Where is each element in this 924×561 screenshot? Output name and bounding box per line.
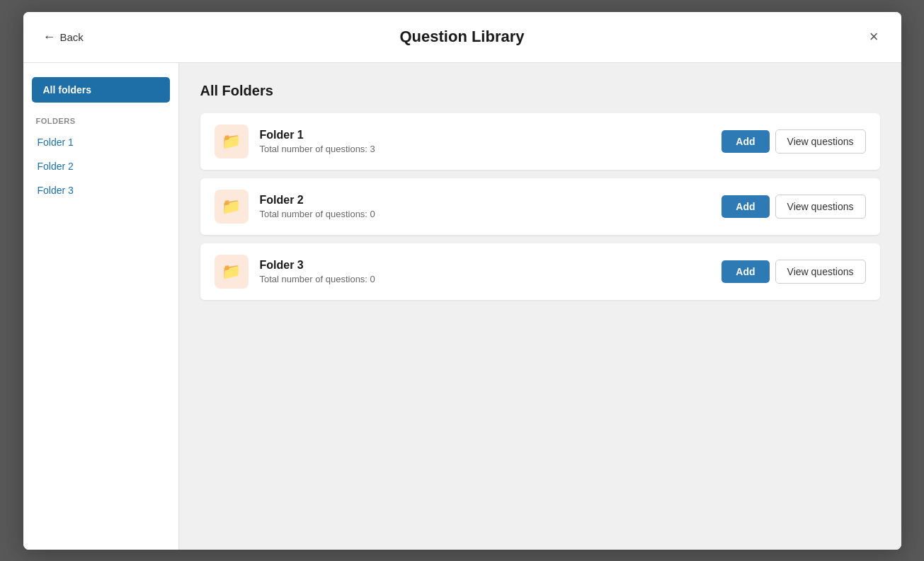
view-questions-button-folder-3[interactable]: View questions (775, 260, 866, 284)
folder-icon-wrapper-1: 📁 (215, 125, 249, 158)
add-button-folder-2[interactable]: Add (721, 195, 769, 218)
close-icon: × (869, 28, 879, 45)
add-button-folder-1[interactable]: Add (721, 130, 769, 153)
folder-info-3: Folder 3 Total number of questions: 0 (260, 259, 722, 284)
folder-name-3: Folder 3 (260, 259, 722, 272)
folder-icon-3: 📁 (222, 262, 241, 281)
folder-icon-2: 📁 (222, 197, 241, 216)
folder-info-2: Folder 2 Total number of questions: 0 (260, 194, 722, 219)
folder-card-2: 📁 Folder 2 Total number of questions: 0 … (200, 178, 880, 235)
sidebar-item-folder-3[interactable]: Folder 3 (32, 179, 170, 202)
folder-actions-1: Add View questions (721, 129, 865, 154)
section-title: All Folders (200, 83, 880, 99)
back-arrow-icon: ← (43, 30, 56, 45)
modal-header: ← Back Question Library × (23, 12, 901, 63)
main-content: All Folders 📁 Folder 1 Total number of q… (179, 63, 901, 550)
close-button[interactable]: × (867, 26, 882, 47)
folder-count-2: Total number of questions: 0 (260, 209, 722, 219)
add-button-folder-3[interactable]: Add (721, 260, 769, 283)
modal-overlay: ← Back Question Library × All folders FO… (0, 0, 924, 561)
folder-icon-wrapper-3: 📁 (215, 255, 249, 289)
folder-count-3: Total number of questions: 0 (260, 274, 722, 284)
view-questions-button-folder-2[interactable]: View questions (775, 195, 866, 219)
folder-icon-wrapper-2: 📁 (215, 190, 249, 224)
folders-section-label: FOLDERS (32, 117, 170, 125)
back-label: Back (60, 31, 84, 43)
modal-header-inner: ← Back Question Library × (43, 26, 882, 47)
view-questions-button-folder-1[interactable]: View questions (775, 129, 866, 154)
folder-card-3: 📁 Folder 3 Total number of questions: 0 … (200, 243, 880, 300)
sidebar: All folders FOLDERS Folder 1 Folder 2 Fo… (23, 63, 179, 550)
folder-count-1: Total number of questions: 3 (260, 144, 722, 154)
modal-dialog: ← Back Question Library × All folders FO… (23, 12, 901, 550)
folder-actions-3: Add View questions (721, 260, 865, 284)
modal-title: Question Library (399, 28, 524, 46)
sidebar-item-folder-1[interactable]: Folder 1 (32, 131, 170, 154)
back-button[interactable]: ← Back (43, 30, 84, 45)
folder-name-1: Folder 1 (260, 129, 722, 141)
folder-actions-2: Add View questions (721, 195, 865, 219)
folder-card-1: 📁 Folder 1 Total number of questions: 3 … (200, 113, 880, 170)
modal-body: All folders FOLDERS Folder 1 Folder 2 Fo… (23, 63, 901, 550)
folder-icon-1: 📁 (222, 132, 241, 151)
folder-info-1: Folder 1 Total number of questions: 3 (260, 129, 722, 154)
sidebar-item-folder-2[interactable]: Folder 2 (32, 155, 170, 178)
all-folders-button[interactable]: All folders (32, 77, 170, 103)
folder-name-2: Folder 2 (260, 194, 722, 207)
